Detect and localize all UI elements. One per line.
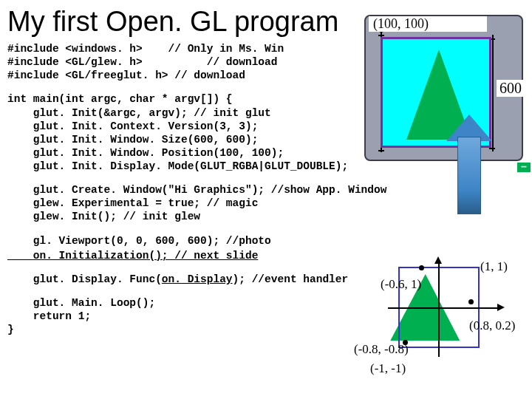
vertex-dot-icon [468, 299, 474, 304]
coord-label-bottom-left: (-1, -1) [370, 361, 406, 376]
arrow-right-icon [497, 304, 505, 311]
coord-label-p3: (0.8, 0.2) [469, 318, 515, 333]
x-axis [388, 307, 499, 309]
window-figure: (100, 100) 600 [364, 15, 523, 161]
window-size-label: 600 [497, 80, 525, 97]
code-viewport-line2: on. Initialization(); // next slide [7, 250, 258, 262]
code-viewport-line1: gl. Viewport(0, 0, 600, 600); //photo [0, 233, 532, 248]
coord-label-p2: (-0.8, -0.8) [354, 342, 409, 357]
coord-label-top-right: (1, 1) [480, 259, 508, 274]
tick-icon [378, 35, 384, 36]
y-axis [438, 261, 440, 357]
measure-line-right [492, 35, 494, 151]
vertex-dot-icon [419, 265, 424, 270]
ndc-plot: (1, 1) (-0.6, 1) (0.8, 0.2) (-0.8, -0.8)… [373, 261, 510, 390]
window-origin-label: (100, 100) [369, 16, 487, 32]
minimize-icon: – [517, 163, 531, 172]
down-up-arrow-icon [446, 115, 492, 214]
coord-label-p1: (-0.6, 1) [381, 277, 421, 292]
arrow-up-icon [434, 256, 442, 264]
tick-icon [378, 150, 384, 151]
